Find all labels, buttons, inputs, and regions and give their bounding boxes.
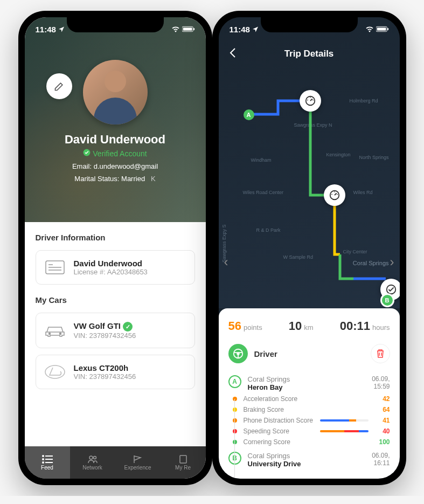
score-value: 64 — [375, 406, 390, 413]
car-card[interactable]: Lexus CT200h VIN: 237897432456 — [36, 355, 195, 389]
location-arrow-icon — [58, 25, 65, 34]
marker-a: A — [244, 109, 254, 120]
verified-label: Verified Account — [93, 149, 147, 158]
score-name: Braking Score — [244, 406, 314, 413]
delete-button[interactable] — [371, 344, 390, 363]
svg-rect-14 — [45, 459, 53, 460]
svg-point-10 — [45, 365, 65, 378]
svg-rect-16 — [45, 462, 53, 463]
score-value: 100 — [375, 438, 390, 446]
timeline-line — [234, 399, 235, 479]
car-vin: VIN: 237897432456 — [74, 332, 186, 340]
score-dot-icon — [233, 408, 237, 412]
waypoint-gauge-icon — [300, 90, 321, 112]
nav-myre[interactable]: My Re — [161, 446, 206, 479]
people-icon — [87, 455, 98, 464]
screen: Holmberg Rd Sawgrass Expy N Windham Kens… — [219, 17, 400, 479]
nav-network[interactable]: Network — [70, 446, 115, 479]
profile-name: David Underwood — [25, 133, 206, 147]
notch — [261, 17, 358, 32]
check-circle-icon — [83, 149, 91, 158]
score-row: Phone Distraction Score41 — [228, 415, 390, 426]
prev-button[interactable]: ‹ — [224, 254, 228, 270]
svg-point-15 — [42, 461, 44, 464]
content-section: Driver Information David Underwood Licen… — [25, 222, 206, 446]
svg-rect-19 — [180, 455, 186, 463]
start-time: 06.09, 15:59 — [372, 375, 390, 390]
trash-icon — [376, 349, 385, 358]
score-row: Braking Score64 — [228, 404, 390, 415]
list-icon — [42, 455, 53, 464]
lexus-logo-icon — [44, 363, 66, 381]
nav-experience[interactable]: Experience — [115, 446, 161, 479]
svg-point-9 — [59, 333, 61, 335]
svg-point-13 — [42, 458, 44, 460]
profile-email: Email: d.underwood@gmail — [25, 162, 206, 170]
battery-icon — [376, 25, 389, 34]
back-button[interactable] — [230, 46, 246, 61]
stat-points: 56 points — [228, 319, 262, 333]
profile-header: David Underwood Verified Account Email: … — [25, 41, 206, 183]
marker-b: B — [380, 293, 394, 307]
svg-rect-25 — [387, 28, 388, 30]
svg-rect-1 — [183, 27, 192, 31]
car-card[interactable]: VW Golf GTI✓ VIN: 237897432456 — [36, 313, 195, 348]
chevron-left-icon — [230, 47, 236, 58]
score-value: 40 — [375, 427, 390, 435]
score-row: Cornering Score100 — [228, 437, 390, 447]
score-dot-icon — [233, 440, 237, 444]
score-row: Speeding Score40 — [228, 426, 390, 437]
check-icon: ✓ — [123, 322, 133, 332]
svg-rect-24 — [377, 27, 386, 31]
svg-point-11 — [42, 455, 44, 457]
score-dot-icon — [233, 397, 237, 401]
my-cars-title: My Cars — [36, 295, 195, 305]
driver-name: David Underwood — [74, 259, 186, 268]
svg-rect-2 — [193, 28, 194, 30]
trip-panel: 56 points 10 km 00:11 hours Driver — [219, 308, 400, 479]
car-icon — [44, 322, 66, 339]
screen: 11:48 David Underwood — [25, 17, 206, 479]
edit-profile-button[interactable] — [46, 73, 72, 99]
trip-header: Trip Details — [219, 41, 400, 67]
avatar[interactable] — [83, 60, 148, 125]
next-button[interactable]: › — [390, 254, 394, 270]
end-time: 06.09, 16:11 — [372, 452, 390, 467]
svg-point-17 — [89, 456, 93, 459]
stat-time: 00:11 hours — [340, 319, 390, 333]
score-bar — [320, 419, 369, 422]
end-location: B Coral Springs University Drive 06.09, … — [228, 450, 390, 470]
driver-info-card[interactable]: David Underwood License #: AA20348653 — [36, 250, 195, 285]
score-name: Phone Distraction Score — [244, 417, 314, 424]
svg-point-18 — [93, 456, 96, 459]
stat-distance: 10 km — [289, 319, 314, 333]
steering-wheel-icon — [228, 344, 248, 363]
wifi-icon — [365, 25, 374, 34]
doc-icon — [178, 455, 189, 464]
map-nav-arrows: ‹ › — [224, 254, 394, 270]
score-dot-icon — [233, 418, 237, 423]
profile-marital: Marital Status: Married K — [25, 175, 206, 183]
bottom-nav: Feed Network Experience My Re — [25, 446, 206, 479]
driver-row: Driver — [228, 344, 390, 363]
verified-badge: Verified Account — [25, 149, 206, 158]
score-bar — [320, 430, 369, 432]
car-name: VW Golf GTI✓ — [74, 321, 186, 332]
status-time: 11:48 — [230, 25, 250, 34]
svg-point-8 — [48, 333, 50, 335]
score-name: Cornering Score — [244, 438, 314, 446]
nav-feed[interactable]: Feed — [25, 446, 70, 479]
svg-rect-12 — [45, 455, 53, 457]
score-name: Acceleration Score — [244, 395, 314, 403]
phone-profile: 11:48 David Underwood — [18, 11, 212, 485]
driver-label: Driver — [254, 349, 364, 358]
wifi-icon — [171, 25, 180, 34]
start-location: A Coral Springs Heron Bay 06.09, 15:59 — [228, 373, 390, 393]
car-name: Lexus CT200h — [74, 363, 186, 372]
marker-b-icon: B — [228, 452, 241, 465]
license-icon — [44, 259, 66, 276]
notch — [67, 17, 164, 32]
score-name: Speeding Score — [244, 427, 314, 435]
license-number: License #: AA20348653 — [74, 268, 186, 276]
driver-info-title: Driver Information — [36, 233, 195, 242]
